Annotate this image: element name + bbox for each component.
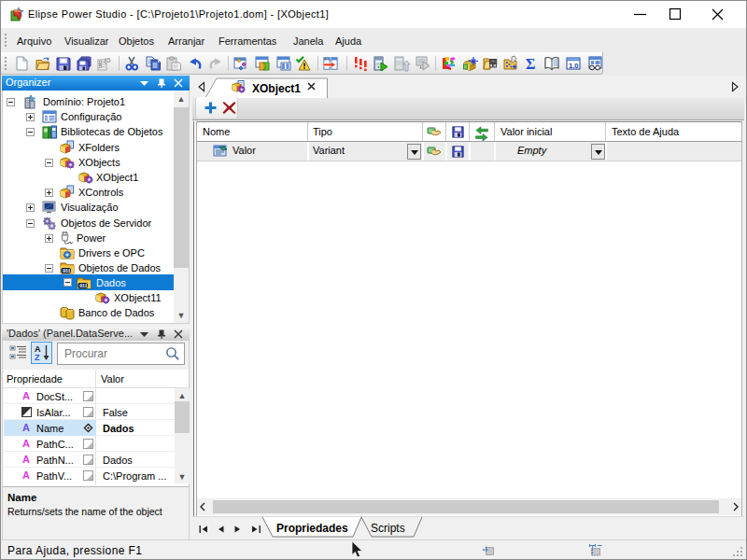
svg-text:(5: (5 <box>105 56 112 64</box>
svg-text:1.0: 1.0 <box>569 62 578 70</box>
svg-text:011: 011 <box>79 284 88 288</box>
svg-text:Σ: Σ <box>526 56 535 72</box>
svg-text:011: 011 <box>63 269 71 273</box>
svg-text:Z: Z <box>35 353 40 362</box>
